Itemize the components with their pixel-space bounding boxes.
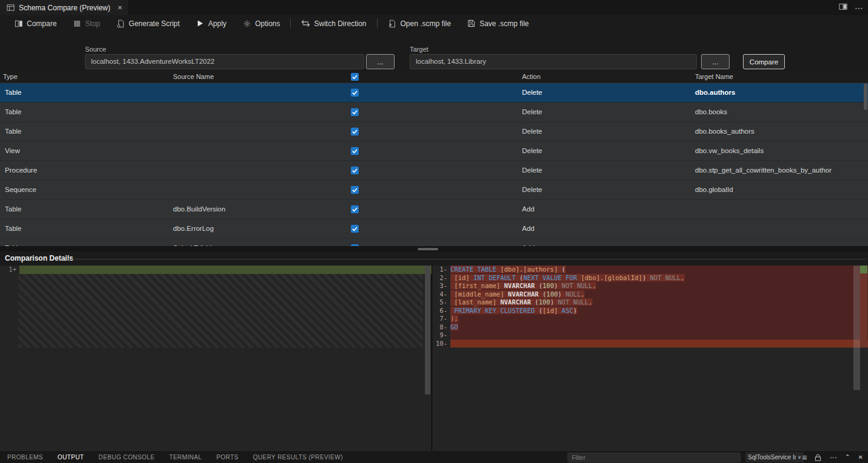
diff-target-pane[interactable]: 1-CREATE TABLE [dbo].[authors] (2- [id] … — [432, 266, 868, 450]
table-row[interactable]: ProcedureDeletedbo.stp_get_all_cowritten… — [0, 161, 868, 180]
row-type: Sequence — [5, 186, 36, 193]
tab-schema-compare[interactable]: Schema Compare (Preview) × — [0, 0, 128, 15]
row-action: Add — [522, 225, 534, 232]
table-row[interactable]: TableSalesLT.AddressAdd — [0, 239, 868, 246]
toolbar-open-scmp-file-button[interactable]: Open .scmp file — [380, 15, 459, 32]
toolbar-label: Save .scmp file — [480, 19, 529, 28]
row-type: Procedure — [5, 166, 37, 174]
output-filter-input[interactable] — [568, 453, 741, 462]
toolbar-label: Apply — [208, 19, 226, 28]
table-row[interactable]: ViewDeletedbo.vw_books_details — [0, 142, 868, 161]
diff-source-pane[interactable]: 1+ — [0, 266, 432, 450]
source-browse-button[interactable]: ... — [366, 54, 395, 69]
row-action: Delete — [522, 147, 542, 154]
toolbar-switch-direction-button[interactable]: Switch Direction — [293, 15, 374, 32]
row-target-name: dbo.books_authors — [695, 128, 754, 135]
panel-tab-query-results-preview[interactable]: QUERY RESULTS (PREVIEW) — [253, 451, 343, 463]
panel-tab-output[interactable]: OUTPUT — [58, 451, 84, 463]
close-panel-icon[interactable]: ✕ — [858, 454, 863, 461]
panel-sash — [0, 246, 868, 252]
comparison-details-header: Comparison Details — [0, 252, 868, 266]
include-checkbox[interactable] — [351, 108, 359, 116]
right-line-number: 8- — [432, 323, 450, 332]
toolbar-separator — [377, 19, 378, 28]
grid-scrollbar[interactable] — [864, 83, 867, 110]
table-row[interactable]: TableDeletedbo.books — [0, 103, 868, 122]
row-action: Delete — [522, 89, 542, 96]
deleted-code-block: 1-CREATE TABLE [dbo].[authors] (2- [id] … — [432, 266, 868, 348]
diff-editor: 1+ 1-CREATE TABLE [dbo].[authors] (2- [i… — [0, 266, 868, 450]
comparison-details-title: Comparison Details — [5, 254, 73, 262]
clear-output-icon[interactable]: ≡ — [802, 453, 807, 462]
right-line-number: 5- — [432, 298, 450, 307]
right-line-number: 2- — [432, 274, 450, 283]
maximize-panel-icon[interactable]: ⌃ — [844, 453, 850, 461]
schema-compare-toolbar: CompareStopGenerate ScriptApplyOptionsSw… — [0, 15, 868, 32]
toolbar-generate-script-button[interactable]: Generate Script — [108, 15, 188, 32]
include-checkbox[interactable] — [351, 166, 359, 174]
row-type: View — [5, 147, 20, 154]
toolbar-label: Options — [255, 19, 280, 28]
open-file-icon — [388, 19, 397, 28]
compare-icon — [14, 19, 23, 28]
connection-bar: Source localhost, 1433.AdventureWorksLT2… — [0, 32, 868, 71]
column-action[interactable]: Action — [522, 73, 541, 80]
panel-tab-terminal[interactable]: TERMINAL — [169, 451, 202, 463]
toolbar-apply-button[interactable]: Apply — [188, 15, 234, 32]
panel-tab-ports[interactable]: PORTS — [217, 451, 239, 463]
tab-close-icon[interactable]: × — [118, 3, 123, 12]
panel-tab-debug-console[interactable]: DEBUG CONSOLE — [98, 451, 154, 463]
include-checkbox[interactable] — [351, 205, 359, 213]
output-channel-select[interactable]: SqlToolsService Initializ ∨ — [745, 452, 804, 462]
include-checkbox[interactable] — [351, 186, 359, 194]
row-type: Table — [5, 225, 22, 232]
include-checkbox[interactable] — [351, 89, 359, 97]
deleted-line: 4- [middle_name] NVARCHAR (100) NULL, — [432, 290, 868, 299]
target-pane-scrollbar[interactable] — [853, 266, 860, 390]
editor-tab-bar: Schema Compare (Preview) × ⋯ — [0, 0, 868, 15]
table-row[interactable]: TableDeletedbo.authors — [0, 83, 868, 103]
deleted-line: 9- — [432, 331, 868, 340]
table-row[interactable]: TableDeletedbo.books_authors — [0, 122, 868, 142]
sash-drag-handle[interactable] — [418, 248, 438, 250]
table-row[interactable]: SequenceDeletedbo.globalId — [0, 180, 868, 200]
column-source[interactable]: Source Name — [173, 73, 214, 80]
compare-button[interactable]: Compare — [743, 54, 785, 69]
select-all-checkbox[interactable] — [351, 73, 359, 81]
column-target[interactable]: Target Name — [695, 73, 733, 80]
column-type[interactable]: Type — [3, 73, 18, 80]
target-input[interactable]: localhost, 1433.Library — [410, 54, 697, 69]
toolbar-save-scmp-file-button[interactable]: Save .scmp file — [459, 15, 537, 32]
toolbar-label: Switch Direction — [314, 19, 366, 28]
deleted-line: 8-GO — [432, 323, 868, 332]
grid-header-row: Type Source Name Action Target Name — [0, 71, 868, 83]
include-checkbox[interactable] — [351, 128, 359, 135]
details-divider — [68, 259, 866, 259]
split-editor-icon[interactable] — [839, 2, 847, 13]
toolbar-label: Compare — [27, 19, 56, 28]
right-line-number: 4- — [432, 290, 450, 299]
deleted-line: 6- PRIMARY KEY CLUSTERED ([id] ASC) — [432, 307, 868, 315]
table-row[interactable]: Tabledbo.ErrorLogAdd — [0, 219, 868, 239]
editor-more-actions-icon[interactable]: ⋯ — [855, 3, 863, 13]
toolbar-compare-button[interactable]: Compare — [6, 15, 64, 32]
schema-compare-icon — [6, 3, 15, 12]
deleted-line: 5- [last_name] NVARCHAR (100) NOT NULL, — [432, 298, 868, 307]
panel-more-actions-icon[interactable]: ⋯ — [829, 453, 836, 462]
target-browse-button[interactable]: ... — [701, 54, 730, 69]
panel-tab-problems[interactable]: PROBLEMS — [7, 451, 43, 463]
table-row[interactable]: Tabledbo.BuildVersionAdd — [0, 200, 868, 219]
lock-scroll-icon[interactable] — [815, 454, 821, 461]
toolbar-options-button[interactable]: Options — [234, 15, 288, 32]
deleted-line: 1-CREATE TABLE [dbo].[authors] ( — [432, 266, 868, 274]
source-pane-scrollbar[interactable] — [425, 266, 430, 394]
include-checkbox[interactable] — [351, 147, 359, 155]
added-line: 1+ — [0, 266, 432, 274]
include-checkbox[interactable] — [351, 225, 359, 233]
tab-title: Schema Compare (Preview) — [19, 4, 110, 12]
source-input[interactable]: localhost, 1433.AdventureWorksLT2022 — [85, 54, 364, 69]
toolbar-label: Open .scmp file — [401, 19, 451, 28]
row-source-name: dbo.ErrorLog — [173, 225, 214, 232]
row-target-name: dbo.globalId — [695, 186, 733, 193]
overview-deleted-mark — [860, 273, 867, 348]
